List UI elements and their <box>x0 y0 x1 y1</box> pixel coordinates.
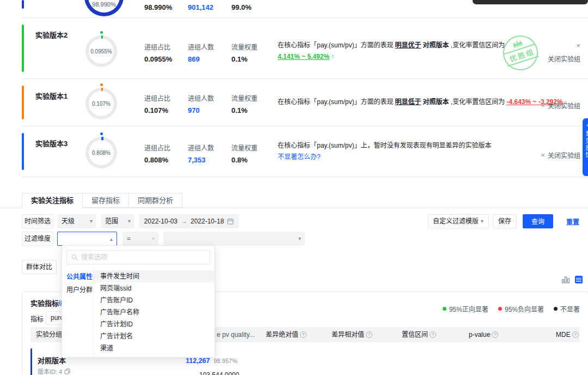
ratio-value: 0.0955% <box>144 55 188 63</box>
trend-up-arrow: ↑ <box>331 53 334 61</box>
count-value: 901,142 <box>188 3 213 11</box>
positive-significant-dot <box>443 307 446 311</box>
dropdown-option[interactable]: 广告账户ID <box>94 294 215 306</box>
enrollment-donut: 0.107% <box>85 83 117 119</box>
verdict-text: 明显优于 <box>395 41 421 49</box>
count-label: 进组人数 <box>188 42 231 51</box>
close-icon <box>576 42 580 49</box>
operator-select[interactable]: = <box>122 232 158 246</box>
dropdown-option[interactable]: 网页端ssid <box>94 282 215 294</box>
donut-value: 0.107% <box>92 101 111 107</box>
cohort-compare-button[interactable]: 群体对比 <box>22 260 57 274</box>
dropdown-search-input[interactable] <box>81 253 205 261</box>
range-mode-select[interactable]: 范围 <box>101 214 134 228</box>
result-description: 在核心指标「pay.(sum/pv)」方面的表现明显低于对照版本 ,变化率置信区… <box>278 96 568 108</box>
query-button[interactable]: 查询 <box>523 214 553 228</box>
not-significant-dot <box>554 307 558 311</box>
header-mde: MDE <box>556 327 579 342</box>
reset-link[interactable]: 重置 <box>566 217 579 226</box>
time-filter-label: 时间筛选 <box>22 214 53 228</box>
table-view-toggle[interactable] <box>574 275 584 285</box>
experiment-row-version3: 实验版本3 0.808% 进组占比0.808% 进组人数7,353 流量权重0.… <box>22 126 588 177</box>
significance-legend: 95%正向显著 95%负向显著 不显著 <box>443 304 580 313</box>
close-label: 关闭实验组 <box>548 150 580 160</box>
metric-secondary-value: 103,544.0000 <box>199 371 239 375</box>
dropdown-option[interactable]: 软件地区 <box>94 354 215 356</box>
copy-icon[interactable] <box>64 368 70 374</box>
metric-main-value[interactable]: 112,267 <box>186 357 210 365</box>
close-group-button[interactable]: 关闭实验组 <box>541 101 580 110</box>
date-end: 2022-10-18 <box>191 214 224 228</box>
dropdown-option[interactable]: 渠道 <box>94 342 215 354</box>
ratio-label: 进组占比 <box>144 143 188 152</box>
dimension-dropdown-panel: 公共属性 用户分群 事件发生时间 网页端ssid 广告账户ID 广告账户名称 广… <box>62 245 215 358</box>
weight-value: 0.1% <box>231 55 275 63</box>
group-tab-user-cohort[interactable]: 用户分群 <box>62 283 93 297</box>
header-metric: e pv quality... <box>217 327 255 342</box>
calendar-icon <box>227 218 234 225</box>
donut-value: 0.0955% <box>90 49 112 55</box>
weight-label: 流量权重 <box>231 93 275 102</box>
dropdown-option[interactable]: 广告账户名称 <box>94 306 215 318</box>
crown-icon <box>511 38 524 49</box>
dropdown-option[interactable]: 广告计划名 <box>94 330 215 342</box>
table-row-version-id: 版本ID: 4 <box>38 367 70 375</box>
info-icon[interactable] <box>572 331 579 338</box>
date-range-input[interactable]: 2022-10-03 → 2022-10-18 <box>139 214 239 228</box>
version-color-bar <box>22 25 24 72</box>
count-label: 进组人数 <box>188 93 231 102</box>
enrollment-donut: 0.808% <box>85 132 117 168</box>
donut-marker-dot <box>100 31 103 34</box>
table-icon <box>574 275 584 285</box>
side-drawer-handle[interactable]: 意见反馈 <box>583 118 588 176</box>
version-color-bar <box>22 133 24 170</box>
bar-chart-icon <box>561 275 571 285</box>
verdict-text: 明显低于 <box>395 98 421 106</box>
dimension-value-select[interactable] <box>163 232 305 246</box>
custom-filter-template-button[interactable]: 自定义过滤模版 <box>428 214 489 228</box>
weight-value: 0.1% <box>231 106 275 114</box>
granularity-select[interactable]: 天级 <box>57 214 96 228</box>
weight-label: 流量权重 <box>231 143 275 152</box>
dimension-select-open[interactable] <box>57 232 117 246</box>
info-icon[interactable] <box>300 331 307 338</box>
winner-stamp: 优胜组 <box>499 31 543 75</box>
ratio-value: 0.808% <box>144 156 188 164</box>
dropdown-option[interactable]: 事件发生时间 <box>94 270 215 282</box>
ratio-value: 98.990% <box>144 3 172 11</box>
dropdown-group-list: 公共属性 用户分群 <box>62 269 94 356</box>
date-start: 2022-10-03 <box>144 214 177 228</box>
info-icon[interactable] <box>366 331 372 338</box>
dropdown-option[interactable]: 广告计划ID <box>94 318 215 330</box>
weight-label: 流量权重 <box>231 42 275 51</box>
search-icon <box>71 254 78 261</box>
close-group-button[interactable]: 关闭实验组 <box>548 42 580 63</box>
enrollment-donut: 0.0955% <box>85 31 117 67</box>
close-label: 关闭实验组 <box>548 54 580 63</box>
close-icon <box>541 102 545 109</box>
save-button[interactable]: 保存 <box>493 214 517 228</box>
ratio-value: 0.107% <box>144 106 188 114</box>
experiment-row-version1: 实验版本1 0.107% 进组占比0.107% 进组人数970 流量权重0.1%… <box>22 79 588 126</box>
dropdown-search-box[interactable] <box>66 250 210 264</box>
header-confidence-interval: 置信区间 <box>402 327 436 342</box>
chart-view-toggle[interactable] <box>561 275 571 285</box>
date-arrow: → <box>181 214 187 228</box>
group-tab-public-attrs[interactable]: 公共属性 <box>62 270 93 283</box>
donut-marker-dot <box>100 83 103 86</box>
donut-value: 0.808% <box>92 150 111 156</box>
info-icon[interactable] <box>492 331 498 338</box>
report-tabs: 实验关注指标 留存指标 同期群分析 <box>22 193 182 208</box>
not-significant-help-link[interactable]: 不显著怎么办? <box>278 152 321 163</box>
experiment-report-page: { "colors": { "accent_blue": "#165dff", … <box>0 0 588 375</box>
tab-cohort-analysis[interactable]: 同期群分析 <box>128 193 182 208</box>
count-value: 7,353 <box>188 156 231 164</box>
tab-experiment-metrics[interactable]: 实验关注指标 <box>22 193 83 208</box>
dimension-filter-label: 过滤维度 <box>22 232 53 246</box>
donut-marker-dot <box>100 132 103 135</box>
tab-retention-metrics[interactable]: 留存指标 <box>82 193 129 208</box>
partial-toast <box>473 0 588 4</box>
info-icon[interactable] <box>430 331 436 338</box>
ratio-label: 进组占比 <box>144 93 188 102</box>
close-group-button[interactable]: 关闭实验组 <box>541 150 580 160</box>
